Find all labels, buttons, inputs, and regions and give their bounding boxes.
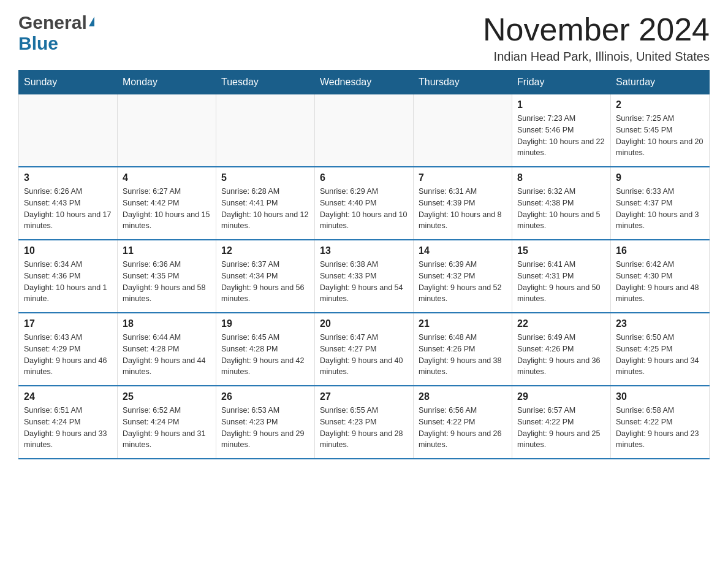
calendar-header: SundayMondayTuesdayWednesdayThursdayFrid…	[19, 71, 710, 94]
day-number: 3	[24, 172, 112, 183]
calendar-cell: 30Sunrise: 6:58 AM Sunset: 4:22 PM Dayli…	[611, 386, 710, 459]
month-title: November 2024	[483, 12, 710, 47]
logo-triangle-icon	[89, 17, 94, 26]
day-number: 25	[123, 391, 211, 402]
day-number: 26	[221, 391, 309, 402]
day-number: 5	[221, 172, 309, 183]
day-info: Sunrise: 6:37 AM Sunset: 4:34 PM Dayligh…	[221, 259, 309, 305]
day-info: Sunrise: 6:57 AM Sunset: 4:22 PM Dayligh…	[517, 405, 605, 451]
calendar-cell: 27Sunrise: 6:55 AM Sunset: 4:23 PM Dayli…	[315, 386, 414, 459]
weekday-header-row: SundayMondayTuesdayWednesdayThursdayFrid…	[19, 71, 710, 94]
weekday-header-wednesday: Wednesday	[315, 71, 414, 94]
day-number: 13	[320, 245, 408, 256]
day-number: 11	[123, 245, 211, 256]
location-text: Indian Head Park, Illinois, United State…	[483, 50, 710, 64]
calendar-cell: 25Sunrise: 6:52 AM Sunset: 4:24 PM Dayli…	[118, 386, 216, 459]
day-info: Sunrise: 6:56 AM Sunset: 4:22 PM Dayligh…	[419, 405, 507, 451]
calendar-cell: 23Sunrise: 6:50 AM Sunset: 4:25 PM Dayli…	[611, 313, 710, 386]
day-number: 19	[221, 318, 309, 329]
logo-general-text: General	[18, 12, 87, 33]
weekday-header-thursday: Thursday	[414, 71, 512, 94]
day-number: 16	[616, 245, 704, 256]
calendar-cell: 13Sunrise: 6:38 AM Sunset: 4:33 PM Dayli…	[315, 240, 414, 313]
calendar-cell: 3Sunrise: 6:26 AM Sunset: 4:43 PM Daylig…	[19, 167, 118, 240]
calendar-week-row: 17Sunrise: 6:43 AM Sunset: 4:29 PM Dayli…	[19, 313, 710, 386]
calendar-cell: 8Sunrise: 6:32 AM Sunset: 4:38 PM Daylig…	[512, 167, 611, 240]
calendar-cell: 18Sunrise: 6:44 AM Sunset: 4:28 PM Dayli…	[118, 313, 216, 386]
day-info: Sunrise: 6:44 AM Sunset: 4:28 PM Dayligh…	[123, 332, 211, 378]
day-info: Sunrise: 6:41 AM Sunset: 4:31 PM Dayligh…	[517, 259, 605, 305]
day-info: Sunrise: 6:27 AM Sunset: 4:42 PM Dayligh…	[123, 186, 211, 232]
page-header: General Blue November 2024 Indian Head P…	[18, 12, 710, 64]
calendar-cell: 14Sunrise: 6:39 AM Sunset: 4:32 PM Dayli…	[414, 240, 512, 313]
calendar-week-row: 24Sunrise: 6:51 AM Sunset: 4:24 PM Dayli…	[19, 386, 710, 459]
day-number: 6	[320, 172, 408, 183]
day-number: 27	[320, 391, 408, 402]
weekday-header-sunday: Sunday	[19, 71, 118, 94]
calendar-week-row: 10Sunrise: 6:34 AM Sunset: 4:36 PM Dayli…	[19, 240, 710, 313]
day-info: Sunrise: 6:31 AM Sunset: 4:39 PM Dayligh…	[419, 186, 507, 232]
weekday-header-saturday: Saturday	[611, 71, 710, 94]
day-number: 14	[419, 245, 507, 256]
day-info: Sunrise: 6:47 AM Sunset: 4:27 PM Dayligh…	[320, 332, 408, 378]
weekday-header-monday: Monday	[118, 71, 216, 94]
day-info: Sunrise: 6:29 AM Sunset: 4:40 PM Dayligh…	[320, 186, 408, 232]
day-number: 28	[419, 391, 507, 402]
calendar-cell: 26Sunrise: 6:53 AM Sunset: 4:23 PM Dayli…	[216, 386, 315, 459]
calendar-cell: 22Sunrise: 6:49 AM Sunset: 4:26 PM Dayli…	[512, 313, 611, 386]
calendar-cell	[216, 94, 315, 167]
day-number: 9	[616, 172, 704, 183]
calendar-cell: 5Sunrise: 6:28 AM Sunset: 4:41 PM Daylig…	[216, 167, 315, 240]
calendar-cell: 12Sunrise: 6:37 AM Sunset: 4:34 PM Dayli…	[216, 240, 315, 313]
day-info: Sunrise: 6:32 AM Sunset: 4:38 PM Dayligh…	[517, 186, 605, 232]
calendar-cell: 1Sunrise: 7:23 AM Sunset: 5:46 PM Daylig…	[512, 94, 611, 167]
weekday-header-friday: Friday	[512, 71, 611, 94]
day-number: 22	[517, 318, 605, 329]
calendar-week-row: 3Sunrise: 6:26 AM Sunset: 4:43 PM Daylig…	[19, 167, 710, 240]
calendar-cell: 6Sunrise: 6:29 AM Sunset: 4:40 PM Daylig…	[315, 167, 414, 240]
calendar-week-row: 1Sunrise: 7:23 AM Sunset: 5:46 PM Daylig…	[19, 94, 710, 167]
day-info: Sunrise: 6:43 AM Sunset: 4:29 PM Dayligh…	[24, 332, 112, 378]
day-info: Sunrise: 6:49 AM Sunset: 4:26 PM Dayligh…	[517, 332, 605, 378]
day-info: Sunrise: 6:45 AM Sunset: 4:28 PM Dayligh…	[221, 332, 309, 378]
calendar-cell: 24Sunrise: 6:51 AM Sunset: 4:24 PM Dayli…	[19, 386, 118, 459]
calendar-cell: 17Sunrise: 6:43 AM Sunset: 4:29 PM Dayli…	[19, 313, 118, 386]
title-section: November 2024 Indian Head Park, Illinois…	[483, 12, 710, 64]
calendar-cell: 2Sunrise: 7:25 AM Sunset: 5:45 PM Daylig…	[611, 94, 710, 167]
day-number: 15	[517, 245, 605, 256]
day-info: Sunrise: 6:39 AM Sunset: 4:32 PM Dayligh…	[419, 259, 507, 305]
calendar-cell: 20Sunrise: 6:47 AM Sunset: 4:27 PM Dayli…	[315, 313, 414, 386]
day-number: 10	[24, 245, 112, 256]
calendar-cell: 16Sunrise: 6:42 AM Sunset: 4:30 PM Dayli…	[611, 240, 710, 313]
day-number: 21	[419, 318, 507, 329]
day-number: 24	[24, 391, 112, 402]
day-info: Sunrise: 6:34 AM Sunset: 4:36 PM Dayligh…	[24, 259, 112, 305]
calendar-cell: 28Sunrise: 6:56 AM Sunset: 4:22 PM Dayli…	[414, 386, 512, 459]
day-number: 18	[123, 318, 211, 329]
calendar-cell: 19Sunrise: 6:45 AM Sunset: 4:28 PM Dayli…	[216, 313, 315, 386]
day-number: 17	[24, 318, 112, 329]
calendar-table: SundayMondayTuesdayWednesdayThursdayFrid…	[18, 70, 710, 459]
day-info: Sunrise: 6:36 AM Sunset: 4:35 PM Dayligh…	[123, 259, 211, 305]
calendar-cell: 9Sunrise: 6:33 AM Sunset: 4:37 PM Daylig…	[611, 167, 710, 240]
day-info: Sunrise: 6:38 AM Sunset: 4:33 PM Dayligh…	[320, 259, 408, 305]
day-info: Sunrise: 6:28 AM Sunset: 4:41 PM Dayligh…	[221, 186, 309, 232]
day-number: 30	[616, 391, 704, 402]
day-info: Sunrise: 6:51 AM Sunset: 4:24 PM Dayligh…	[24, 405, 112, 451]
calendar-cell: 11Sunrise: 6:36 AM Sunset: 4:35 PM Dayli…	[118, 240, 216, 313]
calendar-cell: 29Sunrise: 6:57 AM Sunset: 4:22 PM Dayli…	[512, 386, 611, 459]
day-number: 1	[517, 99, 605, 110]
day-number: 29	[517, 391, 605, 402]
calendar-cell: 4Sunrise: 6:27 AM Sunset: 4:42 PM Daylig…	[118, 167, 216, 240]
day-info: Sunrise: 6:48 AM Sunset: 4:26 PM Dayligh…	[419, 332, 507, 378]
calendar-cell: 7Sunrise: 6:31 AM Sunset: 4:39 PM Daylig…	[414, 167, 512, 240]
day-info: Sunrise: 6:55 AM Sunset: 4:23 PM Dayligh…	[320, 405, 408, 451]
day-info: Sunrise: 6:42 AM Sunset: 4:30 PM Dayligh…	[616, 259, 704, 305]
calendar-body: 1Sunrise: 7:23 AM Sunset: 5:46 PM Daylig…	[19, 94, 710, 459]
day-number: 8	[517, 172, 605, 183]
logo: General Blue	[18, 12, 94, 54]
weekday-header-tuesday: Tuesday	[216, 71, 315, 94]
day-info: Sunrise: 7:25 AM Sunset: 5:45 PM Dayligh…	[616, 113, 704, 159]
calendar-cell: 21Sunrise: 6:48 AM Sunset: 4:26 PM Dayli…	[414, 313, 512, 386]
day-number: 2	[616, 99, 704, 110]
